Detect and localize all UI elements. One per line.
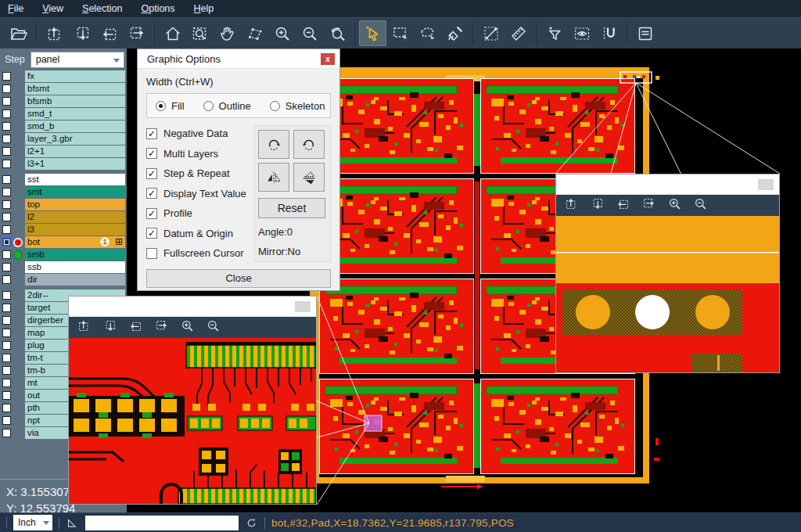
- zoom-out-button[interactable]: [693, 196, 708, 214]
- report-panel-button[interactable]: [631, 20, 659, 46]
- layer-visibility-checkbox[interactable]: [2, 291, 11, 300]
- layer-visibility-checkbox[interactable]: [2, 135, 11, 143]
- layer-visibility-checkbox[interactable]: [2, 416, 11, 425]
- pan-left-button[interactable]: [128, 318, 143, 336]
- view-options-button[interactable]: [568, 20, 595, 46]
- layer-visibility-checkbox[interactable]: [2, 97, 11, 106]
- pan-up-button[interactable]: [77, 318, 92, 336]
- flip-horizontal-button[interactable]: [258, 163, 289, 192]
- reset-button[interactable]: Reset: [258, 198, 325, 218]
- layer-visibility-checkbox[interactable]: [2, 147, 11, 156]
- layer-visibility-checkbox[interactable]: [2, 225, 11, 234]
- layer-row-ssb[interactable]: ssb: [0, 261, 127, 273]
- pan-hand-button[interactable]: [214, 20, 241, 46]
- pan-left-button[interactable]: [95, 20, 123, 46]
- checkbox-box[interactable]: ✓: [146, 148, 157, 159]
- layer-visibility-checkbox[interactable]: [2, 275, 11, 284]
- refresh-icon[interactable]: [245, 516, 258, 530]
- layer-visibility-checkbox[interactable]: [2, 354, 11, 362]
- select-cursor-button[interactable]: [359, 20, 386, 46]
- pan-down-button[interactable]: [68, 20, 95, 46]
- window-collapse-button[interactable]: [758, 179, 774, 190]
- checkbox-multi-layers[interactable]: ✓Multi Layers: [146, 148, 250, 160]
- layer-visibility-checkbox[interactable]: [2, 175, 11, 184]
- checkbox-box[interactable]: ✓: [146, 128, 157, 139]
- pan-down-button[interactable]: [102, 318, 117, 336]
- rotate-cw-button[interactable]: [258, 130, 289, 159]
- layer-visibility-checkbox[interactable]: [2, 122, 11, 131]
- layer-visibility-checkbox[interactable]: [2, 238, 11, 246]
- menu-item-file[interactable]: File: [8, 3, 23, 14]
- radio-fill[interactable]: Fill: [156, 100, 185, 112]
- measure-distance-button[interactable]: [477, 20, 505, 46]
- zoom-polygon-button[interactable]: [241, 20, 268, 46]
- zoom-window-view[interactable]: [556, 216, 779, 372]
- radio-circle[interactable]: [156, 101, 166, 111]
- rotate-ccw-button[interactable]: [293, 130, 325, 159]
- layer-visibility-checkbox[interactable]: [2, 304, 11, 312]
- menu-item-help[interactable]: Help: [194, 3, 214, 14]
- layer-row-l2+1[interactable]: l2+1: [0, 146, 127, 157]
- layer-visibility-checkbox[interactable]: [2, 263, 11, 271]
- pan-right-button[interactable]: [154, 318, 169, 336]
- layer-row-bot[interactable]: bot1⊞: [0, 236, 127, 248]
- pan-right-button[interactable]: [641, 196, 656, 214]
- radio-outline[interactable]: Outline: [203, 100, 251, 112]
- zoom-in-button[interactable]: [268, 20, 296, 46]
- layer-row-sst[interactable]: sst: [0, 174, 127, 185]
- layer-row-dir[interactable]: dir: [0, 274, 127, 286]
- checkbox-box[interactable]: [146, 248, 157, 259]
- menu-item-options[interactable]: Options: [141, 3, 174, 14]
- menu-item-view[interactable]: View: [42, 3, 63, 14]
- layer-visibility-checkbox[interactable]: [2, 250, 11, 259]
- pan-right-button[interactable]: [123, 20, 150, 46]
- close-button[interactable]: Close: [146, 269, 331, 288]
- pan-down-button[interactable]: [590, 196, 605, 214]
- zoom-in-button[interactable]: [667, 196, 682, 214]
- layer-visibility-checkbox[interactable]: [2, 316, 11, 325]
- open-file-button[interactable]: [5, 20, 32, 46]
- layer-visibility-checkbox[interactable]: [2, 160, 11, 168]
- layer-row-top[interactable]: top: [0, 199, 127, 210]
- dialog-close-button[interactable]: x: [321, 53, 335, 65]
- checkbox-box[interactable]: ✓: [146, 208, 157, 219]
- layer-visibility-checkbox[interactable]: [2, 341, 11, 350]
- layer-row-fx[interactable]: fx: [0, 70, 127, 82]
- snap-corner-icon[interactable]: [66, 516, 79, 530]
- select-polygon-button[interactable]: [414, 20, 441, 46]
- layer-visibility-checkbox[interactable]: [2, 429, 11, 437]
- command-input[interactable]: [85, 516, 239, 530]
- clear-highlight-button[interactable]: [441, 20, 469, 46]
- pan-up-button[interactable]: [41, 20, 68, 46]
- select-rectangle-button[interactable]: [386, 20, 414, 46]
- layer-visibility-checkbox[interactable]: [2, 379, 11, 387]
- layer-visibility-checkbox[interactable]: [2, 366, 11, 375]
- layer-visibility-checkbox[interactable]: [2, 391, 11, 400]
- layer-row-layer_3.gbr[interactable]: layer_3.gbr: [0, 133, 127, 145]
- unit-select[interactable]: Inch: [13, 515, 52, 530]
- radio-circle[interactable]: [270, 101, 280, 111]
- radio-circle[interactable]: [203, 101, 214, 111]
- layer-row-bfsmb[interactable]: bfsmb: [0, 95, 127, 107]
- snap-button[interactable]: [595, 20, 623, 46]
- zoom-out-button[interactable]: [206, 318, 221, 336]
- checkbox-display-text-value[interactable]: ✓Display Text Value: [146, 188, 250, 200]
- layer-visibility-checkbox[interactable]: [2, 110, 11, 118]
- zoom-in-button[interactable]: [180, 318, 195, 336]
- zoom-window-view[interactable]: [69, 338, 316, 504]
- layer-row-smd_t[interactable]: smd_t: [0, 108, 127, 120]
- zoom-window-detail[interactable]: [68, 296, 317, 505]
- zoom-out-button[interactable]: [296, 20, 323, 46]
- zoom-previous-button[interactable]: [323, 20, 350, 46]
- radio-skeleton[interactable]: Skeleton: [270, 100, 325, 112]
- checkbox-box[interactable]: ✓: [146, 228, 157, 239]
- layer-row-l3[interactable]: l3: [0, 224, 127, 235]
- layer-visibility-checkbox[interactable]: [2, 213, 11, 221]
- layer-row-l3+1[interactable]: l3+1: [0, 158, 127, 170]
- checkbox-datum-origin[interactable]: ✓Datum & Origin: [146, 228, 250, 239]
- pan-up-button[interactable]: [564, 196, 579, 214]
- pan-left-button[interactable]: [616, 196, 630, 214]
- zoom-window-corner[interactable]: [555, 174, 780, 373]
- layer-row-smd_b[interactable]: smd_b: [0, 120, 127, 132]
- layer-visibility-checkbox[interactable]: [2, 404, 11, 412]
